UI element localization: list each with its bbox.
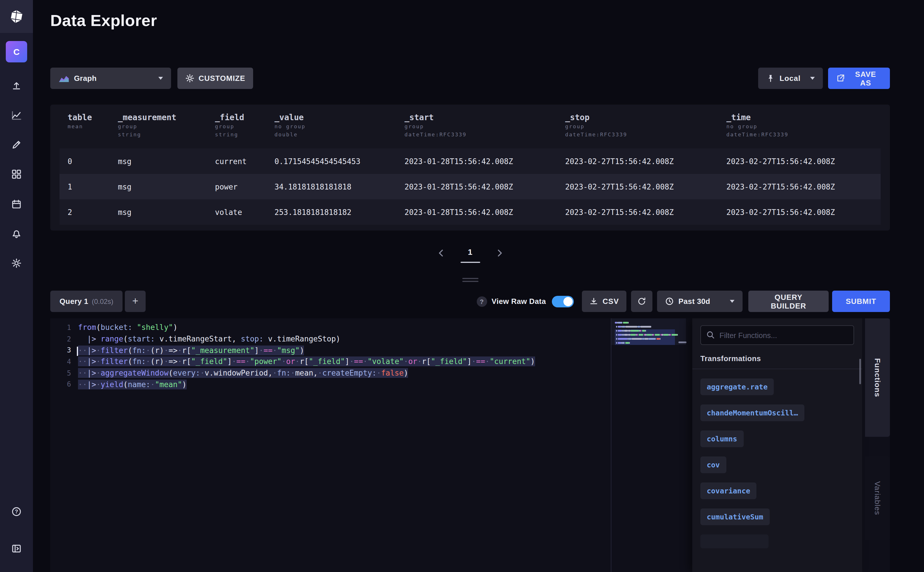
chevron-down-icon xyxy=(730,300,734,303)
table-cell: msg xyxy=(118,157,215,166)
search-icon xyxy=(706,331,715,339)
column-header-_value[interactable]: _valueno groupdouble xyxy=(274,113,404,149)
view-toolbar: Graph CUSTOMIZE Local SAVE AS xyxy=(50,68,890,89)
minimap-line xyxy=(615,342,685,344)
text-cursor xyxy=(77,347,78,356)
minimap-line xyxy=(615,322,685,323)
raw-data-table: tablemean_measurementgroupstring_fieldgr… xyxy=(50,104,890,230)
table-cell: 2023-02-27T15:56:42.008Z xyxy=(565,208,726,216)
customize-button[interactable]: CUSTOMIZE xyxy=(177,68,253,89)
sidebar-item-tasks[interactable] xyxy=(0,195,33,213)
next-page-button[interactable] xyxy=(495,247,504,261)
bell-icon xyxy=(12,228,22,238)
query-builder-button[interactable]: QUERY BUILDER xyxy=(748,291,829,312)
tab-variables[interactable]: Variables xyxy=(865,457,890,540)
add-query-button[interactable]: + xyxy=(125,291,146,312)
line-number[interactable]: 5 xyxy=(50,369,71,377)
table-body: 0msgcurrent0.171545454545454532023-01-28… xyxy=(59,149,880,225)
functions-panel: Transformations aggregate.ratechandeMome… xyxy=(692,319,862,572)
line-number[interactable]: 1 xyxy=(50,323,71,332)
chevron-right-icon xyxy=(497,250,502,256)
line-number[interactable]: 2 xyxy=(50,335,71,343)
avatar[interactable]: C xyxy=(6,41,27,62)
save-as-button[interactable]: SAVE AS xyxy=(828,68,890,89)
table-row-2: 2msgvolate253.18181818181822023-01-28T15… xyxy=(59,199,880,225)
column-header-_stop[interactable]: _stopgroupdateTime:RFC3339 xyxy=(565,113,726,149)
line-number[interactable]: 4 xyxy=(50,358,71,366)
chevron-down-icon xyxy=(158,77,163,80)
page-underline xyxy=(460,262,480,263)
submit-button[interactable]: SUBMIT xyxy=(832,291,890,312)
table-cell: msg xyxy=(118,182,215,191)
function-item[interactable]: covariance xyxy=(700,482,757,499)
sidebar-item-alerts[interactable] xyxy=(0,225,33,242)
local-dropdown[interactable]: Local xyxy=(758,68,823,89)
query-tab[interactable]: Query 1 (0.02s) xyxy=(50,291,123,312)
column-header-_start[interactable]: _startgroupdateTime:RFC3339 xyxy=(404,113,565,149)
upload-icon xyxy=(12,81,22,90)
help-icon[interactable]: ? xyxy=(476,296,487,306)
sidebar-item-data-explorer[interactable] xyxy=(0,106,33,124)
sidebar-item-help[interactable]: ? xyxy=(0,503,33,520)
time-range-dropdown[interactable]: Past 30d xyxy=(657,291,742,312)
chevron-left-icon xyxy=(438,250,443,256)
scrollbar-thumb[interactable] xyxy=(859,359,861,384)
function-item[interactable]: cov xyxy=(700,457,726,473)
column-header-_field[interactable]: _fieldgroupstring xyxy=(215,113,274,149)
refresh-button[interactable] xyxy=(631,291,652,312)
drag-handle[interactable] xyxy=(50,278,890,282)
graph-viz-icon xyxy=(58,74,69,82)
influxdata-logo[interactable] xyxy=(0,0,33,33)
column-header-table[interactable]: tablemean xyxy=(59,113,118,149)
sidebar-item-notebooks[interactable] xyxy=(0,136,33,153)
sidebar-item-settings[interactable] xyxy=(0,254,33,272)
sidebar-item-upload[interactable] xyxy=(0,77,33,94)
page-number[interactable]: 1 xyxy=(460,247,480,263)
function-item[interactable]: cumulativeSum xyxy=(700,508,770,525)
table-cell: 2023-02-27T15:56:42.008Z xyxy=(726,157,880,166)
minimap[interactable] xyxy=(611,319,692,572)
pagination: 1 xyxy=(50,247,890,263)
dashboards-icon xyxy=(12,169,22,179)
gear-icon xyxy=(185,74,194,82)
minimap-line xyxy=(615,330,685,332)
graph-icon xyxy=(12,110,22,120)
table-cell: 2023-01-28T15:56:42.008Z xyxy=(404,208,565,216)
minimap-line xyxy=(615,334,685,336)
function-item[interactable]: chandeMomentumOscill… xyxy=(700,404,804,421)
view-type-dropdown[interactable]: Graph xyxy=(50,68,171,89)
table-cell: 0.17154545454545453 xyxy=(274,157,404,166)
minimap-line xyxy=(615,326,685,328)
tab-functions[interactable]: Functions xyxy=(865,319,890,437)
table-cell: 34.18181818181818 xyxy=(274,182,404,191)
sidebar: C xyxy=(0,0,33,572)
prev-page-button[interactable] xyxy=(436,247,445,261)
influxdata-logo-icon xyxy=(9,9,24,24)
view-type-label: Graph xyxy=(74,74,97,82)
line-number[interactable]: 6 xyxy=(50,381,71,389)
download-icon xyxy=(590,297,598,306)
minimap-slider-handle[interactable] xyxy=(678,342,686,343)
csv-button[interactable]: CSV xyxy=(582,291,626,312)
table-cell: volate xyxy=(215,208,274,216)
table-cell: 2023-02-27T15:56:42.008Z xyxy=(565,182,726,191)
line-number[interactable]: 3 xyxy=(50,346,71,354)
view-raw-data-toggle[interactable] xyxy=(552,295,574,307)
help-circle-icon: ? xyxy=(12,507,22,516)
app-window: C xyxy=(0,0,924,572)
function-item[interactable]: aggregate.rate xyxy=(700,378,774,395)
column-header-_measurement[interactable]: _measurementgroupstring xyxy=(118,113,215,149)
table-cell: 2023-01-28T15:56:42.008Z xyxy=(404,157,565,166)
column-header-_time[interactable]: _timeno groupdateTime:RFC3339 xyxy=(726,113,880,149)
minimap-line xyxy=(615,338,685,340)
table-cell: 2023-02-27T15:56:42.008Z xyxy=(726,182,880,191)
function-item-partial[interactable] xyxy=(700,535,768,548)
sidebar-toggle-panel[interactable] xyxy=(0,539,33,557)
flux-editor[interactable]: 1from(bucket: "shelly")2 |> range(start:… xyxy=(50,319,890,572)
table-cell: 0 xyxy=(59,157,118,166)
minimap-code xyxy=(615,322,685,346)
function-item[interactable]: columns xyxy=(700,431,744,447)
sidebar-item-dashboards[interactable] xyxy=(0,165,33,183)
filter-functions-input[interactable] xyxy=(700,325,854,345)
pencil-icon xyxy=(12,140,22,149)
